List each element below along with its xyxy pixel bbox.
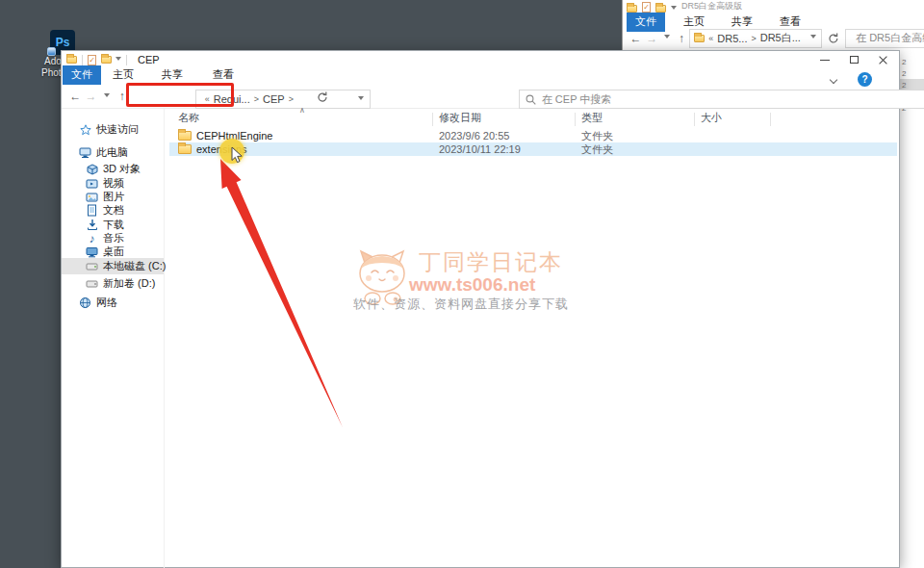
tab-file[interactable]: 文件: [63, 65, 101, 85]
new-folder-icon: [655, 5, 666, 13]
minimize-button[interactable]: [810, 51, 839, 68]
qat-customize-chevron-icon[interactable]: [671, 6, 677, 13]
bg-forward-button[interactable]: →: [644, 33, 660, 44]
collapse-ribbon-chevron-icon[interactable]: [830, 75, 837, 83]
bg-address-bar[interactable]: « DR5... > DR5白...: [689, 29, 822, 48]
folder-icon: [178, 131, 192, 141]
search-placeholder: 在 CEP 中搜索: [542, 92, 612, 107]
back-button[interactable]: ←: [67, 90, 83, 102]
tab-view[interactable]: 查看: [204, 65, 243, 85]
column-separator[interactable]: [694, 113, 695, 126]
screen: Ps Ado Photo ✓ DR5白金高级版 文件 主页 共享 查看 ← → …: [0, 0, 924, 568]
breadcrumb-separator: >: [289, 94, 294, 104]
bg-up-button[interactable]: ↑: [674, 33, 690, 44]
folder-icon: [694, 35, 705, 42]
properties-check-icon[interactable]: ✓: [88, 55, 96, 65]
column-header-date[interactable]: 修改日期: [439, 111, 481, 125]
history-chevron-icon[interactable]: [104, 93, 110, 100]
file-row-cephtmlengine[interactable]: CEPHtmlEngine 2023/9/6 20:55 文件夹: [169, 129, 897, 142]
bg-window-title: DR5白金高级版: [681, 0, 742, 13]
shortcut-badge-icon: [47, 47, 56, 56]
sidebar-item-this-pc[interactable]: 此电脑: [62, 144, 164, 161]
computer-icon: [79, 146, 91, 159]
breadcrumb-segment-cep[interactable]: CEP: [263, 93, 285, 105]
bg-breadcrumb-segment[interactable]: DR5白...: [760, 31, 801, 45]
sidebar-item-local-disk-c[interactable]: 本地磁盘 (C:): [62, 258, 164, 274]
column-separator[interactable]: [575, 113, 576, 126]
star-icon: [79, 123, 91, 136]
file-row-extensions[interactable]: extensions 2023/10/11 22:19 文件夹: [169, 142, 897, 156]
photoshop-icon-text: Ps: [56, 36, 70, 49]
column-separator[interactable]: [432, 113, 433, 126]
bg-search-input[interactable]: 在 DR5白金高级版: [845, 29, 924, 48]
search-input[interactable]: 在 CEP 中搜索: [519, 90, 924, 109]
column-header-size[interactable]: 大小: [701, 111, 722, 125]
divider: [126, 55, 127, 65]
bg-history-chevron-icon[interactable]: [664, 35, 670, 41]
bg-list-fragment: 2: [902, 58, 906, 66]
forward-button[interactable]: →: [83, 90, 98, 102]
disk-drive-icon: [86, 260, 98, 272]
breadcrumb-separator: >: [254, 94, 259, 104]
search-icon: [526, 94, 536, 105]
desktop-monitor-icon: [86, 245, 98, 258]
red-annotation-rectangle: [126, 83, 234, 107]
divider: [82, 55, 83, 65]
bg-list-fragment: 2: [902, 81, 906, 90]
column-header-name[interactable]: 名称: [178, 111, 199, 125]
bg-back-button[interactable]: ←: [628, 33, 644, 44]
navigation-pane: 快速访问 此电脑 3D 对象 视频 图片 文档: [62, 109, 165, 568]
tab-home[interactable]: 主页: [104, 65, 142, 85]
properties-check-icon: ✓: [642, 2, 651, 13]
close-button[interactable]: [868, 51, 897, 68]
cube-icon: [86, 163, 98, 175]
watermark-subtitle: 软件、资源、资料网盘直接分享下载: [353, 296, 569, 313]
sidebar-item-quick-access[interactable]: 快速访问: [62, 121, 164, 138]
tab-share[interactable]: 共享: [153, 65, 192, 85]
bg-address-dropdown-icon[interactable]: [810, 35, 816, 41]
sidebar-item-network[interactable]: 网络: [62, 295, 164, 311]
close-icon: [878, 55, 888, 65]
bg-search-placeholder: 在 DR5白金高级版: [856, 31, 924, 45]
mouse-cursor: [231, 146, 244, 164]
app-folder-icon: [66, 56, 77, 64]
new-folder-icon[interactable]: [101, 56, 112, 64]
address-dropdown-icon[interactable]: [358, 96, 364, 103]
sidebar-item-new-volume-d[interactable]: 新加卷 (D:): [62, 275, 164, 292]
folder-icon: [627, 5, 637, 13]
watermark: 丁同学日记本 www.ts006.net 软件、资源、资料网盘直接分享下载: [351, 246, 582, 314]
network-icon: [79, 297, 91, 309]
desktop-icon-label-line1: Ado: [44, 56, 62, 66]
maximize-button[interactable]: [839, 51, 868, 68]
watermark-title: 丁同学日记本: [419, 247, 563, 277]
column-separator[interactable]: [770, 113, 771, 126]
bg-list-fragment: 2: [902, 69, 906, 78]
qat-customize-chevron-icon[interactable]: [116, 57, 121, 64]
bg-toolbar: ← → ↑ « DR5... > DR5白... 在 DR5: [623, 26, 924, 50]
bg-address-collapsed-chevron[interactable]: «: [708, 34, 713, 43]
bg-quick-access-toolbar: ✓ DR5白金高级版: [627, 0, 742, 13]
window-title: CEP: [138, 54, 160, 65]
refresh-icon[interactable]: [316, 90, 329, 104]
folder-icon: [178, 144, 192, 154]
maximize-icon: [850, 56, 859, 64]
column-header-type[interactable]: 类型: [581, 111, 603, 125]
minimize-icon: [820, 60, 830, 61]
breadcrumb-separator: >: [751, 34, 756, 43]
bg-refresh-icon[interactable]: [827, 32, 840, 45]
document-icon: [86, 204, 98, 217]
bg-breadcrumb-segment[interactable]: DR5...: [717, 33, 747, 44]
sort-indicator-icon[interactable]: ∧: [299, 106, 305, 115]
watermark-url: www.ts006.net: [409, 274, 535, 296]
disk-drive-icon: [86, 277, 98, 290]
